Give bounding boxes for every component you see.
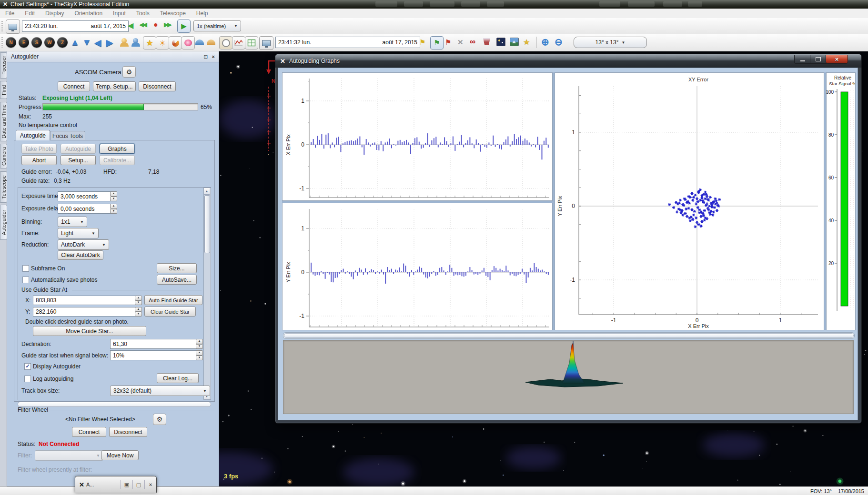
observer-blue-icon[interactable] xyxy=(131,38,140,47)
setup-button[interactable]: Setup... xyxy=(61,155,96,165)
clear-log-button[interactable]: Clear Log... xyxy=(157,373,199,383)
auto-find-guide-star-button[interactable]: Auto-Find Guide Star xyxy=(144,295,202,305)
pan-left-button[interactable]: ◀ xyxy=(94,37,101,48)
menu-telescope[interactable]: Telescope xyxy=(155,10,191,17)
orientation-z-button[interactable]: Z xyxy=(57,37,68,48)
tab-autoguide[interactable]: Autoguide xyxy=(16,130,50,140)
dome-orange-icon[interactable] xyxy=(207,40,215,45)
menu-input[interactable]: Input xyxy=(108,10,131,17)
find-galaxy-button[interactable] xyxy=(169,36,182,50)
clear-autodark-button[interactable]: Clear AutoDark xyxy=(58,250,103,260)
subframe-checkbox[interactable] xyxy=(22,265,29,272)
zoom-out-button[interactable]: ⊖ xyxy=(555,36,563,48)
binoculars-icon[interactable]: ∞ xyxy=(470,37,475,47)
find-sun-button[interactable]: ☀ xyxy=(156,36,169,50)
clear-guide-star-button[interactable]: Clear Guide Star xyxy=(144,307,196,317)
menu-edit[interactable]: Edit xyxy=(20,10,40,17)
autosave-button[interactable]: AutoSave... xyxy=(157,275,197,285)
orientation-n-button[interactable]: N xyxy=(6,37,16,48)
toolbar-grip[interactable] xyxy=(1,21,3,31)
toolbar-grip[interactable] xyxy=(1,37,3,48)
bucket-icon[interactable] xyxy=(483,38,490,45)
close-button[interactable]: × xyxy=(826,55,848,64)
pan-down-button[interactable]: ▼ xyxy=(82,37,91,48)
guide-star-x-input[interactable]: 803,803 xyxy=(33,296,140,305)
chart-status-time-button[interactable] xyxy=(259,36,273,50)
menu-tools[interactable]: Tools xyxy=(131,10,155,17)
graphs-button[interactable]: Graphs xyxy=(100,144,135,154)
exposure-delay-input[interactable]: 0,00 seconds xyxy=(58,204,114,214)
sidebar-tab-telescope[interactable]: Telescope xyxy=(0,171,7,203)
menu-file[interactable]: File xyxy=(0,10,20,17)
filter-wheel-settings-button[interactable]: ⚙ xyxy=(153,414,166,425)
move-guide-star-button[interactable]: Move Guide Star... xyxy=(33,326,146,336)
log-autoguiding-checkbox[interactable] xyxy=(24,376,31,382)
play-time-button[interactable]: ▶ xyxy=(177,20,191,33)
filter-wheel-disconnect-button[interactable]: Disconnect xyxy=(109,427,147,437)
time-rate-dropdown[interactable]: 1x (realtime) ▼ xyxy=(193,20,241,31)
tab-focus-tools[interactable]: Focus Tools xyxy=(50,131,85,140)
step-back-button[interactable]: ◀ xyxy=(128,21,133,30)
orientation-e-button[interactable]: E xyxy=(19,37,29,48)
guide-star-y-input[interactable]: 282,160 xyxy=(33,307,140,317)
fast-forward-button[interactable]: ▶▶ xyxy=(164,21,171,28)
camera-disconnect-button[interactable]: Disconnect xyxy=(139,81,176,91)
float-panel-icon[interactable]: ⊡ xyxy=(203,54,208,60)
label-tool-yellow-icon[interactable]: ⚑ xyxy=(419,38,425,47)
cascade-window-button[interactable]: ▣ xyxy=(121,480,132,489)
abort-button[interactable]: Abort xyxy=(21,155,57,165)
set-time-to-now-button[interactable] xyxy=(6,20,20,34)
camera-connect-button[interactable]: Connect xyxy=(58,81,90,91)
sidebar-tab-autoguider[interactable]: Autoguider xyxy=(0,205,7,240)
calibrate-button[interactable]: Calibrate... xyxy=(100,155,135,165)
fast-back-button[interactable]: ◀◀ xyxy=(139,21,146,28)
eyepiece-view-button[interactable] xyxy=(219,36,232,50)
label-tool-green-button[interactable]: ⚑ xyxy=(430,36,444,50)
dome-blue-icon[interactable] xyxy=(195,40,204,45)
night-photo-icon[interactable] xyxy=(496,38,505,46)
exposure-time-spinner[interactable]: ▲▼ xyxy=(110,191,117,201)
fov-dropdown[interactable]: 13° x 13° ▼ xyxy=(574,37,647,48)
star-chart-tool-icon[interactable]: ★ xyxy=(523,38,530,47)
signal-threshold-spinner[interactable]: ▲▼ xyxy=(196,350,203,360)
close-panel-icon[interactable]: × xyxy=(212,54,215,59)
stop-time-button[interactable]: ● xyxy=(153,20,158,29)
menu-display[interactable]: Display xyxy=(40,10,69,17)
close-window-button[interactable]: × xyxy=(144,480,156,489)
graph-tool-button[interactable] xyxy=(232,36,245,50)
reduction-dropdown[interactable]: AutoDark▼ xyxy=(58,239,109,250)
trackbox-dropdown[interactable]: 32x32 (default)▼ xyxy=(110,386,210,396)
orientation-w-button[interactable]: W xyxy=(44,37,55,48)
exposure-delay-spinner[interactable]: ▲▼ xyxy=(110,204,117,214)
profile-scrollbar-track[interactable] xyxy=(283,332,855,339)
find-nebula-button[interactable] xyxy=(182,36,195,50)
declination-spinner[interactable]: ▲▼ xyxy=(196,339,203,349)
profile-scrollbar-thumb[interactable] xyxy=(284,333,854,338)
autoguide-button[interactable]: Autoguide xyxy=(61,144,96,154)
camera-temp-setup-button[interactable]: Temp. Setup... xyxy=(93,81,136,91)
autosave-checkbox[interactable] xyxy=(22,277,29,283)
sidebar-tab-focuser[interactable]: Focuser xyxy=(0,52,7,79)
status-time-field[interactable]: 23:41:32 lun. août 17, 2015 xyxy=(275,37,420,48)
sidebar-tab-camera[interactable]: Camera xyxy=(0,144,7,168)
take-photo-button[interactable]: Take Photo xyxy=(21,144,57,154)
grid-tool-button[interactable] xyxy=(245,36,258,50)
scrollbar-thumb[interactable] xyxy=(204,195,210,253)
graphs-window-titlebar[interactable]: ✕ Autoguiding Graphs xyxy=(275,54,861,68)
pan-right-button[interactable]: ▶ xyxy=(106,37,113,48)
declination-input[interactable]: 61,30 xyxy=(110,339,201,349)
display-autoguider-checkbox[interactable]: ✓ xyxy=(24,363,31,370)
app-title-bar[interactable]: ✕ Chart Settings* - TheSkyX Professional… xyxy=(0,0,868,9)
minimize-button[interactable] xyxy=(794,55,811,64)
minimized-window-titlebar[interactable]: ✕ A... ▣ ▢ × xyxy=(75,476,157,493)
exposure-time-input[interactable]: 3,000 seconds xyxy=(58,191,114,201)
delete-tool-icon[interactable]: ✕ xyxy=(457,38,464,47)
zoom-in-button[interactable]: ⊕ xyxy=(541,36,549,48)
filter-wheel-connect-button[interactable]: Connect xyxy=(72,427,106,437)
scroll-up-icon[interactable]: ▲ xyxy=(204,188,210,195)
menu-help[interactable]: Help xyxy=(191,10,213,17)
camera-settings-button[interactable]: ⚙ xyxy=(122,66,136,78)
move-now-button[interactable]: Move Now xyxy=(101,450,139,460)
frame-dropdown[interactable]: Light▼ xyxy=(58,228,99,238)
orientation-s-button[interactable]: S xyxy=(31,37,42,48)
